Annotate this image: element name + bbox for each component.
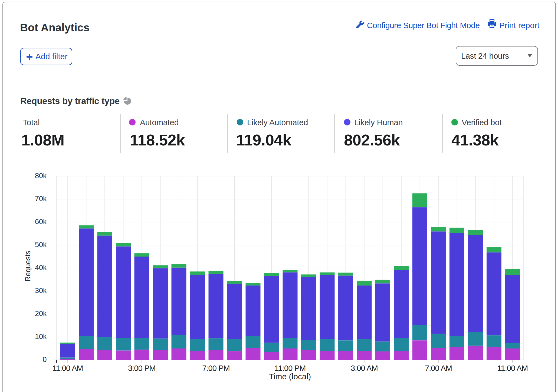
- svg-text:7:00 PM: 7:00 PM: [202, 364, 230, 373]
- svg-text:40k: 40k: [35, 264, 47, 272]
- svg-text:50k: 50k: [35, 241, 47, 249]
- svg-text:30k: 30k: [35, 287, 47, 295]
- svg-text:0: 0: [42, 356, 47, 364]
- svg-text:Requests: Requests: [24, 251, 32, 281]
- svg-text:60k: 60k: [35, 218, 47, 226]
- svg-text:3:00 PM: 3:00 PM: [128, 364, 156, 373]
- svg-text:11:00 AM: 11:00 AM: [497, 364, 528, 373]
- svg-text:10k: 10k: [35, 333, 47, 341]
- svg-text:11:00 AM: 11:00 AM: [52, 364, 83, 373]
- svg-text:7:00 AM: 7:00 AM: [425, 364, 452, 373]
- svg-text:80k: 80k: [35, 172, 47, 180]
- svg-text:11:00 PM: 11:00 PM: [275, 364, 306, 373]
- svg-text:20k: 20k: [35, 310, 47, 318]
- svg-text:3:00 AM: 3:00 AM: [351, 364, 378, 373]
- svg-text:Time (local): Time (local): [269, 372, 311, 381]
- svg-text:70k: 70k: [35, 195, 47, 203]
